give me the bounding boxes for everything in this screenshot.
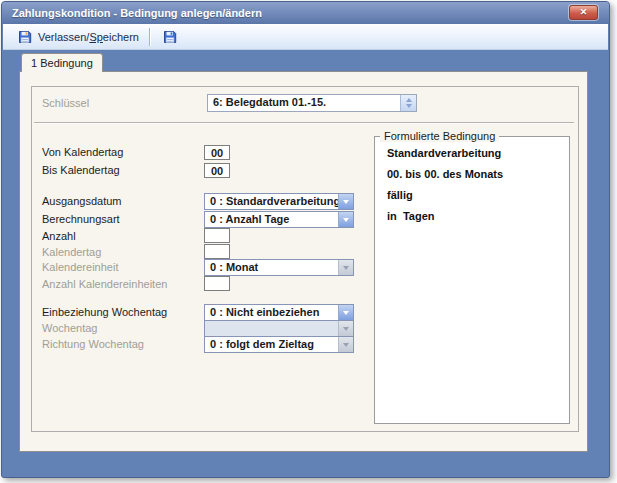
ausgangsdatum-value: 0 : Standardverarbeitung	[205, 194, 338, 209]
separator-line	[34, 122, 574, 123]
exit-save-button[interactable]: Verlassen/Speichern	[11, 26, 145, 48]
formulierte-bedingung-title: Formulierte Bedingung	[380, 130, 499, 142]
window-title: Zahlungskondition - Bedingung anlegen/än…	[2, 7, 262, 19]
spinner-down-icon	[406, 104, 412, 108]
spinner-up-icon	[406, 98, 412, 102]
save-icon	[17, 29, 33, 45]
einbeziehung-wochentag-dropdown[interactable]: 0 : Nicht einbeziehen	[204, 304, 354, 321]
save-icon	[162, 29, 178, 45]
chevron-down-icon	[338, 337, 353, 352]
close-icon: ✕	[580, 8, 588, 17]
richtung-wochentag-dropdown: 0 : folgt dem Zieltag	[204, 336, 354, 353]
schluessel-label: Schlüssel	[42, 97, 89, 109]
einbeziehung-wochentag-value: 0 : Nicht einbeziehen	[205, 305, 338, 320]
anzahl-kalendereinheiten-label: Anzahl Kalendereinheiten	[42, 278, 167, 290]
wochentag-label: Wochentag	[42, 322, 97, 334]
spinner-button[interactable]	[400, 95, 416, 111]
anzahl-input[interactable]	[204, 228, 230, 243]
chevron-down-icon	[338, 212, 353, 227]
kalendertag-input[interactable]	[204, 244, 230, 259]
tab-content-panel: Schlüssel 6: Belegdatum 01.-15. Von Kale…	[19, 71, 588, 452]
wochentag-value	[205, 321, 338, 336]
berechnungsart-value: 0 : Anzahl Tage	[205, 212, 338, 227]
bis-kalendertag-label: Bis Kalendertag	[42, 164, 120, 176]
bis-kalendertag-input[interactable]	[204, 163, 230, 178]
screen: Zahlungskondition - Bedingung anlegen/än…	[0, 0, 617, 483]
kalendereinheit-value: 0 : Monat	[205, 260, 338, 275]
tab-bedingung[interactable]: 1 Bedingung	[21, 53, 103, 72]
titlebar: Zahlungskondition - Bedingung anlegen/än…	[2, 2, 609, 24]
schluessel-value: 6: Belegdatum 01.-15.	[208, 95, 400, 111]
toolbar-separator	[149, 28, 150, 46]
condition-line: Standardverarbeitung	[387, 147, 501, 159]
condition-line: 00. bis 00. des Monats	[387, 168, 503, 180]
ausgangsdatum-label: Ausgangsdatum	[42, 195, 122, 207]
chevron-down-icon	[338, 260, 353, 275]
kalendereinheit-label: Kalendereinheit	[42, 261, 118, 273]
close-button[interactable]: ✕	[569, 5, 598, 20]
save-button[interactable]	[156, 26, 184, 48]
condition-line: fällig	[387, 189, 413, 201]
kalendereinheit-dropdown: 0 : Monat	[204, 259, 354, 276]
anzahl-kalendereinheiten-input[interactable]	[204, 276, 230, 291]
toolbar: Verlassen/Speichern	[3, 24, 608, 50]
richtung-wochentag-value: 0 : folgt dem Zieltag	[205, 337, 338, 352]
schluessel-combo[interactable]: 6: Belegdatum 01.-15.	[207, 94, 417, 112]
wochentag-dropdown	[204, 320, 354, 337]
einbeziehung-wochentag-label: Einbeziehung Wochentag	[42, 306, 167, 318]
von-kalendertag-input[interactable]	[204, 145, 230, 160]
app-window: Zahlungskondition - Bedingung anlegen/än…	[1, 1, 610, 478]
anzahl-label: Anzahl	[42, 230, 76, 242]
condition-line: in Tagen	[387, 210, 434, 222]
chevron-down-icon	[338, 305, 353, 320]
von-kalendertag-label: Von Kalendertag	[42, 146, 123, 158]
berechnungsart-dropdown[interactable]: 0 : Anzahl Tage	[204, 211, 354, 228]
ausgangsdatum-dropdown[interactable]: 0 : Standardverarbeitung	[204, 193, 354, 210]
chevron-down-icon	[338, 194, 353, 209]
berechnungsart-label: Berechnungsart	[42, 213, 120, 225]
formulierte-bedingung-group: Formulierte Bedingung Standardverarbeitu…	[374, 136, 570, 424]
richtung-wochentag-label: Richtung Wochentag	[42, 338, 144, 350]
kalendertag-label: Kalendertag	[42, 246, 101, 258]
exit-save-label: Verlassen/Speichern	[38, 31, 139, 43]
chevron-down-icon	[338, 321, 353, 336]
